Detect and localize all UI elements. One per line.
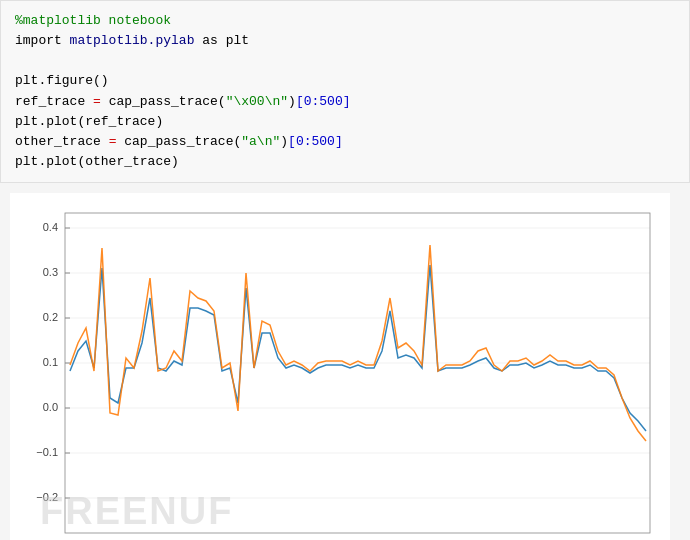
chart-svg: 0.4 0.3 0.2 0.1 0.0 −0.1 −0.2 — [20, 203, 660, 540]
plot-other-line: plt.plot(other_trace) — [15, 154, 179, 169]
import-statement: import matplotlib.pylab as plt — [15, 33, 249, 48]
magic-command: %matplotlib notebook — [15, 13, 171, 28]
y-label-04: 0.4 — [43, 221, 58, 233]
ref-trace-line: ref_trace = cap_pass_trace("\x00\n")[0:5… — [15, 94, 351, 109]
figure-call: plt.figure() — [15, 73, 109, 88]
svg-rect-7 — [65, 213, 650, 533]
orange-trace — [70, 245, 646, 441]
y-label-00: 0.0 — [43, 401, 58, 413]
y-label-m02: −0.2 — [36, 491, 58, 503]
y-label-03: 0.3 — [43, 266, 58, 278]
chart-container: 0.4 0.3 0.2 0.1 0.0 −0.1 −0.2 FREENUF — [10, 193, 670, 540]
code-block: %matplotlib notebook import matplotlib.p… — [0, 0, 690, 183]
y-label-01: 0.1 — [43, 356, 58, 368]
other-trace-line: other_trace = cap_pass_trace("a\n")[0:50… — [15, 134, 343, 149]
y-label-02: 0.2 — [43, 311, 58, 323]
plot-ref-line: plt.plot(ref_trace) — [15, 114, 163, 129]
y-label-m01: −0.1 — [36, 446, 58, 458]
